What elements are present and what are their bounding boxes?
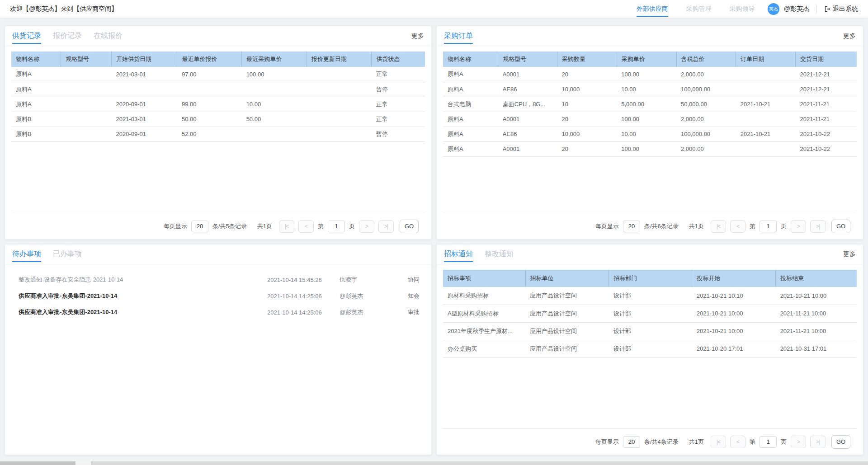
table-row[interactable]: 办公桌购买应用产品设计空间设计部2021-10-20 17:012021-10-… xyxy=(443,340,857,357)
tab-done-items[interactable]: 已办事项 xyxy=(53,249,82,259)
orders-more-link[interactable]: 更多 xyxy=(843,32,856,40)
table-row[interactable]: 原料AA000120100.002,000.002021-10-22 xyxy=(443,141,857,156)
page-number-input[interactable] xyxy=(760,221,777,232)
go-button[interactable]: GO xyxy=(831,435,850,449)
table-row[interactable]: 原料B2021-03-0150.0050.00正常 xyxy=(11,112,425,127)
table-cell: 100.00 xyxy=(617,141,676,156)
table-cell: AE86 xyxy=(498,127,557,141)
page-prefix-label: 第 xyxy=(318,222,324,230)
table-row[interactable]: 2021年度秋季生产原材...应用产品设计空间设计部2021-10-21 10:… xyxy=(443,322,857,340)
table-row[interactable]: 原料AAE8610,00010.00100,000.002021-10-2120… xyxy=(443,127,857,141)
page-number-input[interactable] xyxy=(760,436,777,448)
scrollbar-thumb[interactable] xyxy=(0,461,75,465)
table-cell: 10.00 xyxy=(617,82,676,97)
column-header: 采购单价 xyxy=(617,52,676,67)
supply-more-link[interactable]: 更多 xyxy=(411,32,424,40)
table-cell: 2021-10-21 10:00 xyxy=(692,305,776,322)
horizontal-scrollbar[interactable] xyxy=(0,461,868,465)
tab-bidding-notices[interactable]: 招标通知 xyxy=(444,249,473,259)
table-cell: 10.00 xyxy=(242,97,307,112)
table-row[interactable]: 原料AA000120100.002,000.002021-11-21 xyxy=(443,112,857,127)
prev-page-button[interactable]: < xyxy=(730,436,745,448)
table-cell: 10 xyxy=(557,97,617,112)
per-page-label: 每页显示 xyxy=(595,438,619,446)
scrollbar-track[interactable] xyxy=(91,461,868,465)
last-page-button[interactable]: >| xyxy=(810,436,826,448)
table-row[interactable]: A型原材料采购招标应用产品设计空间设计部2021-10-21 10:002021… xyxy=(443,305,857,322)
todo-item[interactable]: 整改通知-设备存在安全隐患-2021-10-14 2021-10-14 15:4… xyxy=(5,272,431,288)
todo-action-badge: 协同 xyxy=(401,276,420,284)
nav-procurement-management[interactable]: 采购管理 xyxy=(686,5,712,13)
tab-purchase-orders[interactable]: 采购订单 xyxy=(444,31,473,41)
table-cell: 正常 xyxy=(372,112,425,127)
table-row[interactable]: 原料A暂停 xyxy=(11,82,425,97)
tab-rectification-notices[interactable]: 整改通知 xyxy=(485,249,514,259)
tab-todo-items[interactable]: 待办事项 xyxy=(12,249,41,259)
logout-label: 退出系统 xyxy=(833,5,858,13)
nav-external-supplier[interactable]: 外部供应商 xyxy=(637,5,668,13)
table-row[interactable]: 原料B2020-09-0152.00暂停 xyxy=(11,127,425,141)
table-cell: 100,000.00 xyxy=(676,82,736,97)
page-number-input[interactable] xyxy=(328,221,345,232)
todo-item[interactable]: 供应商准入审批-东吴集团-2021-10-14 2021-10-14 14:25… xyxy=(5,304,431,320)
first-page-button[interactable]: |< xyxy=(711,220,726,233)
table-cell: 2021-12-21 xyxy=(796,82,857,97)
tab-quote-records[interactable]: 报价记录 xyxy=(53,31,82,41)
table-cell: 50.00 xyxy=(177,112,242,127)
first-page-button[interactable]: |< xyxy=(279,220,294,233)
tab-online-quote[interactable]: 在线报价 xyxy=(94,31,123,41)
tab-supply-records[interactable]: 供货记录 xyxy=(12,31,41,41)
todo-item[interactable]: 供应商准入审批-东吴集团-2021-10-14 2021-10-14 14:25… xyxy=(5,288,431,304)
records-count-label: 条/共5条记录 xyxy=(212,222,247,230)
nav-procurement-leader[interactable]: 采购领导 xyxy=(730,5,755,13)
todo-person: 仇凌宇 xyxy=(340,276,401,284)
column-header: 供货状态 xyxy=(372,52,425,67)
table-header-row: 物料名称规格型号采购数量采购单价含税总价订单日期交货日期 xyxy=(443,52,857,67)
next-page-button[interactable]: > xyxy=(791,436,806,448)
next-page-button[interactable]: > xyxy=(791,220,806,233)
table-row[interactable]: 原材料采购招标应用产品设计空间设计部2021-10-21 10:102021-1… xyxy=(443,287,857,305)
first-page-button[interactable]: |< xyxy=(711,436,726,448)
table-cell: 原料B xyxy=(11,127,61,141)
prev-page-button[interactable]: < xyxy=(730,220,745,233)
table-cell: 原材料采购招标 xyxy=(443,287,525,305)
page-size-input[interactable] xyxy=(191,221,208,232)
table-cell xyxy=(307,67,372,82)
table-cell: 2021-10-21 10:00 xyxy=(692,322,776,340)
next-page-button[interactable]: > xyxy=(359,220,374,233)
go-button[interactable]: GO xyxy=(400,220,419,233)
table-row[interactable]: 原料A2021-03-0197.00100.00正常 xyxy=(11,67,425,82)
table-row[interactable]: 原料AA000120100.002,000.002021-12-21 xyxy=(443,67,857,82)
table-cell: 100.00 xyxy=(617,67,676,82)
todo-title: 供应商准入审批-东吴集团-2021-10-14 xyxy=(19,292,267,300)
table-row[interactable]: 原料AAE8610,00010.00100,000.002021-12-21 xyxy=(443,82,857,97)
page-size-input[interactable] xyxy=(623,221,640,232)
last-page-button[interactable]: >| xyxy=(378,220,394,233)
prev-page-button[interactable]: < xyxy=(298,220,314,233)
table-cell: 2021-10-21 10:10 xyxy=(692,287,776,305)
table-cell: 桌面CPU，8G... xyxy=(498,97,557,112)
todo-time: 2021-10-14 15:45:26 xyxy=(267,277,340,283)
table-cell xyxy=(61,67,112,82)
table-row[interactable]: 台式电脑桌面CPU，8G...105,000.0050,000.002021-1… xyxy=(443,97,857,112)
bidding-more-link[interactable]: 更多 xyxy=(843,250,856,258)
table-cell: A0001 xyxy=(498,67,557,82)
records-count-label: 条/共4条记录 xyxy=(644,438,679,446)
bidding-pagination: 每页显示 条/共4条记录 共1页 |< < 第 页 > >| GO xyxy=(437,429,863,455)
table-cell: 50,000.00 xyxy=(676,97,736,112)
table-header-row: 招标事项招标单位招标部门投标开始投标结束 xyxy=(443,270,857,287)
table-cell: 2021-11-21 10:00 xyxy=(776,322,857,340)
go-button[interactable]: GO xyxy=(831,220,850,233)
logout-button[interactable]: 退出系统 xyxy=(824,5,858,13)
table-cell xyxy=(307,127,372,141)
table-row[interactable]: 原料A2020-09-0199.0010.00正常 xyxy=(11,97,425,112)
table-cell: 原料A xyxy=(443,82,498,97)
todo-person: @彭英杰 xyxy=(340,292,401,300)
last-page-button[interactable]: >| xyxy=(810,220,826,233)
page-size-input[interactable] xyxy=(623,436,640,448)
bidding-table-area: 招标事项招标单位招标部门投标开始投标结束原材料采购招标应用产品设计空间设计部20… xyxy=(443,270,857,429)
avatar[interactable]: 英杰 xyxy=(768,3,779,15)
table-cell: 50.00 xyxy=(242,112,307,127)
table-cell: 办公桌购买 xyxy=(443,340,525,357)
column-header: 开始供货日期 xyxy=(111,52,177,67)
